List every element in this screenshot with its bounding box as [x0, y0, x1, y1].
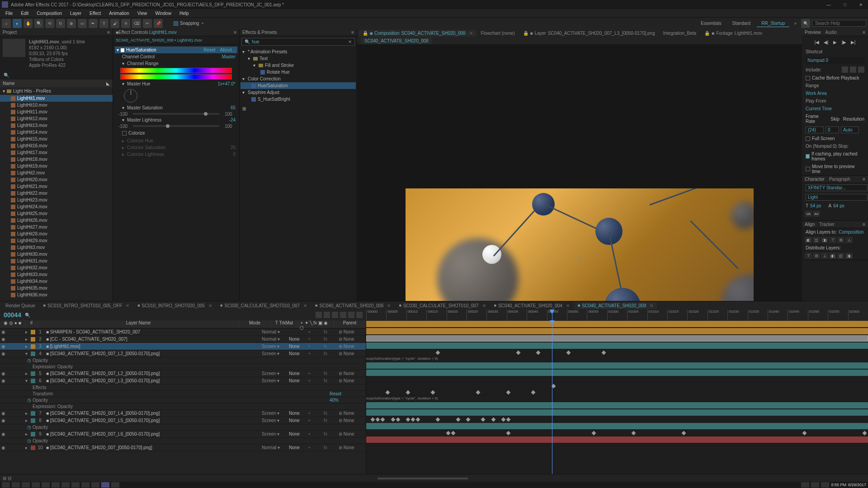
- project-item[interactable]: LightHit17.mov: [0, 149, 113, 156]
- project-item[interactable]: LightHit3.mov: [0, 244, 113, 251]
- ep-folder-fillstroke[interactable]: ▾Fill and Stroke: [241, 62, 356, 69]
- layer-row[interactable]: ◉▸1■ SHARPEN - SC040_ACTIVATE_SH020_007N…: [0, 328, 366, 336]
- project-folder[interactable]: ▾ Light Hits - ProRes: [0, 87, 113, 95]
- layer-switches[interactable]: ⚬fx: [307, 351, 339, 356]
- parent-dropdown[interactable]: ⊘ None: [339, 371, 366, 376]
- trkmat-column-header[interactable]: T TrkMat: [271, 320, 298, 328]
- taskbar-ae-icon[interactable]: [101, 482, 109, 488]
- master-lightness-value[interactable]: -24: [229, 117, 236, 122]
- layer-bar[interactable]: [366, 343, 868, 349]
- panel-menu-icon[interactable]: ≡: [863, 222, 865, 227]
- anchor-tool-icon[interactable]: ⊕: [67, 19, 76, 28]
- text-tool-icon[interactable]: T: [99, 19, 108, 28]
- effect-toggle-arrow-icon[interactable]: ▾: [117, 47, 119, 52]
- master-saturation-value[interactable]: 65: [231, 105, 236, 110]
- layer-row[interactable]: ◉▸5■ [SC040_ACTIVATE_SH020_007_L2_[0050-…: [0, 370, 366, 377]
- project-search[interactable]: 🔍: [0, 71, 113, 80]
- project-item[interactable]: LightHit14.mov: [0, 129, 113, 136]
- playfrom-dropdown[interactable]: Current Time: [806, 106, 832, 111]
- project-item[interactable]: LightHit22.mov: [0, 190, 113, 197]
- track[interactable]: [366, 416, 868, 422]
- layer-arrow-icon[interactable]: ▾: [25, 351, 30, 356]
- character-title[interactable]: Character: [805, 177, 825, 182]
- dist-left-icon[interactable]: |◧: [829, 253, 836, 259]
- track[interactable]: [366, 389, 868, 395]
- layer-color-swatch[interactable]: [31, 371, 35, 376]
- maximize-button[interactable]: □: [840, 2, 850, 7]
- visibility-toggle[interactable]: ◉: [0, 432, 6, 436]
- layer-switches[interactable]: ⚬fx: [307, 418, 339, 423]
- layer-switches[interactable]: ⚬fx: [307, 371, 339, 376]
- cache-checkbox[interactable]: [806, 76, 810, 80]
- taskbar-app-7[interactable]: [91, 482, 99, 488]
- layer-color-swatch[interactable]: [31, 432, 35, 436]
- project-item[interactable]: LightHit20.mov: [0, 176, 113, 183]
- blend-mode-dropdown[interactable]: Screen ▾: [262, 371, 289, 376]
- track[interactable]: [366, 342, 868, 349]
- tl-tracks[interactable]: loopOutDuration(type = "cycle", duration…: [366, 320, 868, 474]
- blend-mode-dropdown[interactable]: Screen ▾: [262, 418, 289, 423]
- visibility-toggle[interactable]: ◉: [0, 344, 6, 349]
- tl-tab-4[interactable]: ■ SC040_ACTIVATE_SH020_006✕: [311, 302, 394, 309]
- font-size-value[interactable]: 54 px: [810, 203, 821, 208]
- prop-arrow-icon[interactable]: ▾: [122, 117, 124, 122]
- motion-blur-icon[interactable]: [348, 312, 354, 318]
- project-item[interactable]: LightHit18.mov: [0, 156, 113, 163]
- last-frame-icon[interactable]: ▶|: [850, 39, 856, 45]
- visibility-toggle[interactable]: ◉: [0, 351, 6, 356]
- prop-value[interactable]: Reset: [330, 391, 366, 396]
- hue-spectrum-bar-2[interactable]: [120, 74, 232, 80]
- align-top-icon[interactable]: ⊤: [829, 237, 836, 243]
- prop-arrow-icon[interactable]: ▾: [122, 81, 124, 86]
- project-item[interactable]: LightHit21.mov: [0, 183, 113, 190]
- parent-dropdown[interactable]: ⊘ None: [339, 418, 366, 423]
- ep-folder-sapphire[interactable]: ▾Sapphire Adjust: [241, 89, 356, 96]
- taskbar-app-2[interactable]: [42, 482, 50, 488]
- layer-arrow-icon[interactable]: ▸: [25, 344, 30, 349]
- font-dropdown[interactable]: [806, 184, 868, 191]
- framerate-input[interactable]: [806, 127, 824, 133]
- project-item[interactable]: LightHit15.mov: [0, 136, 113, 142]
- ep-search-input[interactable]: 🔍 hue ✕: [241, 38, 355, 46]
- saturation-slider[interactable]: [133, 113, 219, 115]
- prop-arrow-icon[interactable]: ▾: [122, 61, 124, 66]
- parent-dropdown[interactable]: ⊘ None: [339, 329, 366, 334]
- layer-color-swatch[interactable]: [31, 418, 35, 423]
- visibility-toggle[interactable]: ◉: [0, 337, 6, 342]
- project-item[interactable]: LightHit11.mov: [0, 108, 113, 115]
- taskbar-app-4[interactable]: [61, 482, 70, 488]
- panel-menu-icon[interactable]: ≡: [351, 30, 354, 35]
- blend-mode-dropdown[interactable]: Normal ▾: [262, 445, 289, 450]
- clear-search-icon[interactable]: ✕: [348, 39, 352, 44]
- tl-tab-2[interactable]: ■ SC010_INTRO_SHOT020_005✕: [134, 302, 216, 309]
- roto-tool-icon[interactable]: ✂: [143, 19, 152, 28]
- blend-mode-dropdown[interactable]: Screen ▾: [262, 432, 289, 436]
- next-frame-icon[interactable]: |▶: [841, 39, 847, 45]
- channel-control-dropdown[interactable]: Master: [222, 54, 236, 59]
- mode-column-header[interactable]: Mode: [239, 320, 271, 328]
- colorize-checkbox[interactable]: Colorize: [115, 131, 237, 136]
- project-item[interactable]: LightHit34.mov: [0, 278, 113, 285]
- parent-dropdown[interactable]: ⊘ None: [339, 378, 366, 383]
- tl-tab-6[interactable]: ■ SC040_ACTIVATE_SH020_004✕: [491, 302, 573, 309]
- menu-view[interactable]: View: [134, 10, 151, 17]
- include-overlay-icon[interactable]: [858, 66, 864, 73]
- close-tab-icon[interactable]: ✕: [566, 303, 570, 308]
- project-item[interactable]: LightHit24.mov: [0, 203, 113, 210]
- play-icon[interactable]: ▶: [832, 39, 838, 45]
- track[interactable]: [366, 430, 868, 436]
- align-to-dropdown[interactable]: Composition: [839, 230, 864, 235]
- ep-item-huesat[interactable]: Hue/Saturation: [241, 82, 356, 89]
- layer-color-swatch[interactable]: [31, 446, 35, 450]
- visibility-toggle[interactable]: ◉: [0, 371, 6, 376]
- parent-dropdown[interactable]: ⊘ None: [339, 411, 366, 416]
- hue-spectrum-bar[interactable]: [120, 68, 232, 73]
- project-item[interactable]: LightHit30.mov: [0, 251, 113, 258]
- project-item[interactable]: LightHit23.mov: [0, 197, 113, 203]
- rotation-tool-icon[interactable]: ↻: [56, 19, 65, 28]
- prop-value[interactable]: 40%: [330, 398, 366, 403]
- resolution-input[interactable]: [841, 127, 859, 133]
- project-item[interactable]: LightHit33.mov: [0, 271, 113, 278]
- effect-reset[interactable]: Reset: [203, 47, 215, 52]
- playhead-line[interactable]: [552, 320, 552, 474]
